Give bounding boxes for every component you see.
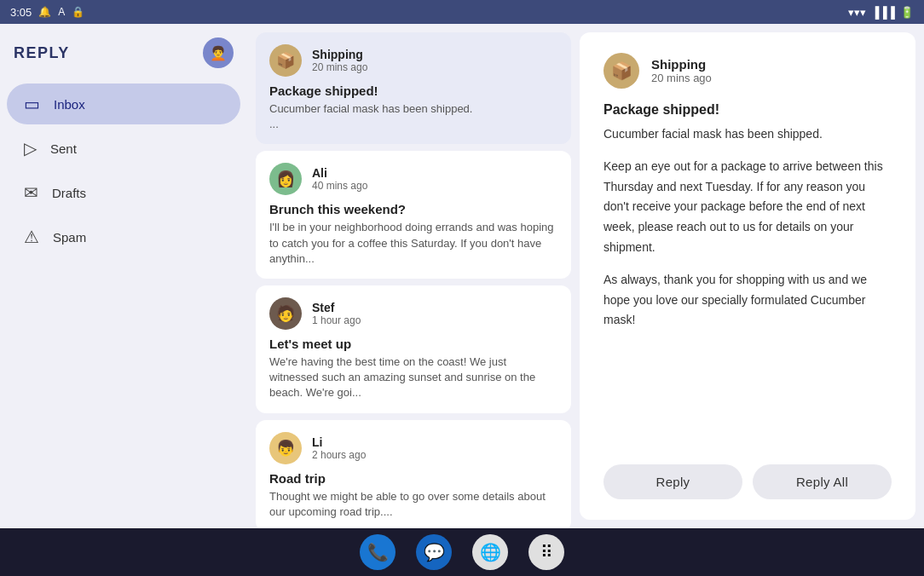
reply-button[interactable]: Reply bbox=[603, 464, 742, 499]
body-paragraph-3: As always, thank you for shopping with u… bbox=[603, 270, 892, 331]
sender-time-4: 2 hours ago bbox=[312, 449, 366, 461]
avatar[interactable]: 🧑‍🦱 bbox=[203, 37, 234, 68]
taskbar: 📞 💬 🌐 ⠿ bbox=[0, 528, 924, 576]
sidebar-item-label: Sent bbox=[50, 141, 77, 156]
email-card-2[interactable]: 👩 Ali 40 mins ago Brunch this weekend? I… bbox=[256, 151, 571, 279]
spam-icon: ⚠ bbox=[24, 227, 39, 247]
email-subject-2: Brunch this weekend? bbox=[269, 202, 557, 216]
lock-icon: 🔒 bbox=[72, 6, 84, 18]
sidebar-item-sent[interactable]: ▷ Sent bbox=[7, 128, 240, 169]
detail-body: Cucumber facial mask has been shipped. K… bbox=[603, 124, 892, 444]
sidebar: REPLY 🧑‍🦱 ▭ Inbox ▷ Sent ✉ Drafts ⚠ Spam bbox=[0, 24, 247, 528]
sidebar-header: REPLY 🧑‍🦱 bbox=[0, 34, 247, 82]
sender-avatar-2: 👩 bbox=[269, 163, 302, 195]
sender-name-1: Shipping bbox=[312, 48, 367, 61]
sender-info-4: Li 2 hours ago bbox=[312, 435, 366, 461]
detail-sender-time: 20 mins ago bbox=[651, 72, 712, 84]
sync-icon: A bbox=[58, 6, 65, 18]
detail-header: 📦 Shipping 20 mins ago bbox=[603, 53, 892, 89]
signal-icon: ▐▐▐ bbox=[871, 6, 895, 19]
email-card-4[interactable]: 👦 Li 2 hours ago Road trip Thought we mi… bbox=[256, 420, 571, 529]
sender-name-4: Li bbox=[312, 435, 366, 449]
detail-sender-info: Shipping 20 mins ago bbox=[651, 57, 712, 84]
sidebar-item-label: Spam bbox=[53, 230, 86, 245]
sidebar-item-label: Drafts bbox=[52, 186, 86, 200]
sender-time-1: 20 mins ago bbox=[312, 61, 367, 73]
battery-icon: 🔋 bbox=[900, 6, 914, 19]
email-preview-2: I'll be in your neighborhood doing erran… bbox=[269, 220, 557, 267]
drafts-icon: ✉ bbox=[24, 182, 38, 203]
main-content: REPLY 🧑‍🦱 ▭ Inbox ▷ Sent ✉ Drafts ⚠ Spam… bbox=[0, 24, 924, 528]
sent-icon: ▷ bbox=[24, 138, 37, 158]
sidebar-item-inbox[interactable]: ▭ Inbox bbox=[7, 84, 240, 124]
sender-info-2: Ali 40 mins ago bbox=[312, 166, 367, 192]
taskbar-chrome-icon[interactable]: 🌐 bbox=[472, 534, 508, 570]
email-preview-1: Cucumber facial mask has been shipped. .… bbox=[269, 101, 557, 132]
sender-time-2: 40 mins ago bbox=[312, 180, 367, 192]
email-preview-4: Thought we might be able to go over some… bbox=[269, 489, 557, 520]
sender-time-3: 1 hour ago bbox=[312, 314, 361, 326]
taskbar-phone-icon[interactable]: 📞 bbox=[360, 534, 396, 570]
taskbar-sms-icon[interactable]: 💬 bbox=[416, 534, 452, 570]
sender-name-2: Ali bbox=[312, 166, 367, 180]
sender-info-3: Stef 1 hour ago bbox=[312, 301, 361, 326]
notification-icon: 🔔 bbox=[38, 6, 51, 18]
email-preview-3: We're having the best time on the coast!… bbox=[269, 354, 557, 401]
email-list: 📦 Shipping 20 mins ago Package shipped! … bbox=[247, 24, 580, 528]
email-detail: 📦 Shipping 20 mins ago Package shipped! … bbox=[580, 32, 915, 520]
inbox-icon: ▭ bbox=[24, 94, 40, 114]
body-paragraph-2: Keep an eye out for a package to arrive … bbox=[603, 157, 892, 258]
sidebar-item-label: Inbox bbox=[54, 97, 85, 112]
sender-avatar-3: 🧑 bbox=[269, 297, 302, 330]
email-subject-1: Package shipped! bbox=[269, 84, 557, 98]
detail-sender-name: Shipping bbox=[651, 57, 712, 72]
avatar-image: 🧑‍🦱 bbox=[203, 37, 234, 68]
sender-info-1: Shipping 20 mins ago bbox=[312, 48, 367, 73]
email-header-4: 👦 Li 2 hours ago bbox=[269, 432, 557, 464]
sidebar-item-spam[interactable]: ⚠ Spam bbox=[7, 216, 240, 257]
email-subject-3: Let's meet up bbox=[269, 337, 557, 351]
detail-subject: Package shipped! bbox=[603, 102, 892, 118]
sender-name-3: Stef bbox=[312, 301, 361, 314]
email-subject-4: Road trip bbox=[269, 471, 557, 486]
sender-avatar-4: 👦 bbox=[269, 432, 302, 464]
app-title: REPLY bbox=[14, 44, 70, 62]
email-header-1: 📦 Shipping 20 mins ago bbox=[269, 44, 557, 77]
email-header-3: 🧑 Stef 1 hour ago bbox=[269, 297, 557, 330]
email-card-3[interactable]: 🧑 Stef 1 hour ago Let's meet up We're ha… bbox=[256, 285, 571, 413]
action-buttons: Reply Reply All bbox=[603, 464, 892, 499]
status-bar-left: 3:05 🔔 A 🔒 bbox=[10, 6, 84, 19]
taskbar-apps-icon[interactable]: ⠿ bbox=[528, 534, 564, 570]
detail-avatar: 📦 bbox=[603, 53, 639, 89]
status-bar: 3:05 🔔 A 🔒 ▾▾▾ ▐▐▐ 🔋 bbox=[0, 0, 924, 24]
wifi-icon: ▾▾▾ bbox=[848, 6, 866, 19]
sidebar-item-drafts[interactable]: ✉ Drafts bbox=[7, 172, 240, 213]
sender-avatar-1: 📦 bbox=[269, 44, 302, 77]
status-bar-right: ▾▾▾ ▐▐▐ 🔋 bbox=[848, 6, 914, 19]
body-paragraph-1: Cucumber facial mask has been shipped. bbox=[603, 124, 892, 145]
status-time: 3:05 bbox=[10, 6, 32, 19]
reply-all-button[interactable]: Reply All bbox=[753, 464, 892, 499]
email-card-1[interactable]: 📦 Shipping 20 mins ago Package shipped! … bbox=[256, 32, 571, 144]
email-header-2: 👩 Ali 40 mins ago bbox=[269, 163, 557, 195]
